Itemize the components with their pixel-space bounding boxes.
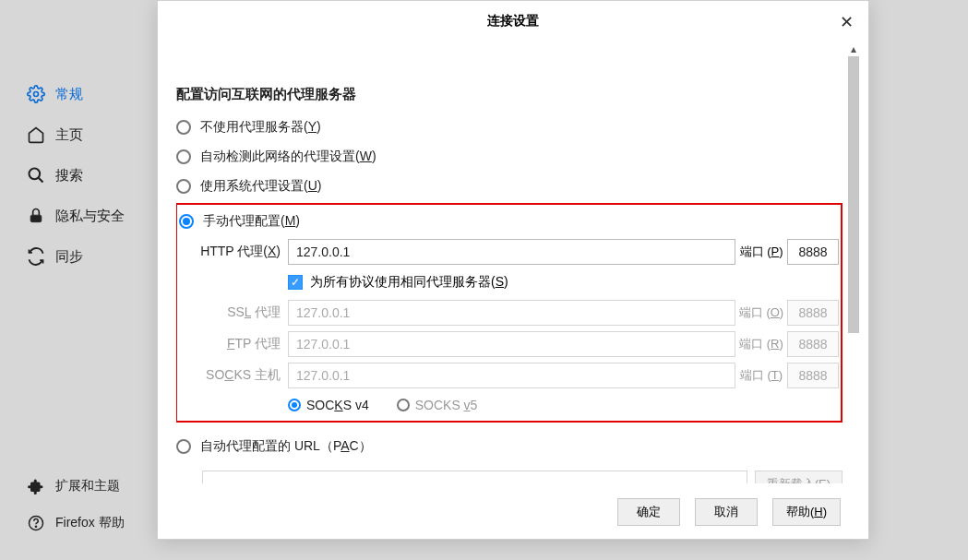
radio-manual-proxy[interactable]: 手动代理配置(M) <box>179 207 839 236</box>
http-proxy-input[interactable] <box>288 239 735 265</box>
svg-line-2 <box>39 178 43 183</box>
ftp-proxy-label: FTP 代理 <box>179 336 288 352</box>
puzzle-icon <box>26 476 46 496</box>
checkbox-icon: ✓ <box>288 275 303 290</box>
socks-host-label: SOCKS 主机 <box>179 367 288 384</box>
radio-icon <box>176 179 191 194</box>
sidebar-item-extensions[interactable]: 扩展和主题 <box>26 468 125 505</box>
ssl-proxy-row: SSL 代理 端口 (O) <box>179 297 839 328</box>
http-proxy-label: HTTP 代理(X) <box>179 244 288 260</box>
sidebar-item-help[interactable]: Firefox 帮助 <box>26 505 125 542</box>
sidebar-item-sync[interactable]: 同步 <box>26 236 157 277</box>
close-icon[interactable]: ✕ <box>840 12 854 32</box>
dialog-body: 配置访问互联网的代理服务器 不使用代理服务器(Y) 自动检测此网络的代理设置(W… <box>176 42 843 483</box>
sidebar-bottom: 扩展和主题 Firefox 帮助 <box>26 468 125 542</box>
dialog-title: 连接设置 <box>487 13 539 30</box>
connection-settings-dialog: 连接设置 ✕ ▴ 配置访问互联网的代理服务器 不使用代理服务器(Y) 自动检测此… <box>157 0 869 540</box>
socks-port-input <box>787 363 839 388</box>
radio-icon <box>179 214 194 229</box>
http-port-input[interactable] <box>787 239 839 265</box>
sidebar-item-label: Firefox 帮助 <box>55 515 125 531</box>
proxy-section-title: 配置访问互联网的代理服务器 <box>176 86 843 103</box>
sidebar-item-home[interactable]: 主页 <box>26 114 157 155</box>
ssl-proxy-input <box>288 300 735 326</box>
sync-icon <box>26 246 46 267</box>
sidebar-item-label: 隐私与安全 <box>55 208 125 225</box>
ssl-proxy-label: SSL 代理 <box>179 304 288 321</box>
same-proxy-checkbox-row[interactable]: ✓ 为所有协议使用相同代理服务器(S) <box>288 268 839 297</box>
http-port-label: 端口 (P) <box>735 244 787 260</box>
scrollbar-thumb[interactable] <box>848 56 859 333</box>
radio-pac[interactable]: 自动代理配置的 URL（PAC） <box>176 432 843 461</box>
manual-proxy-highlight: 手动代理配置(M) HTTP 代理(X) 端口 (P) ✓ 为所有协议使用相同代… <box>176 203 843 423</box>
ftp-port-label: 端口 (R) <box>735 336 787 352</box>
radio-icon <box>397 399 410 411</box>
radio-icon <box>176 120 191 135</box>
reload-button: 重新载入(E) <box>755 471 843 483</box>
sidebar-item-label: 扩展和主题 <box>55 478 120 494</box>
sidebar-item-label: 主页 <box>55 126 83 144</box>
socks-host-row: SOCKS 主机 端口 (T) <box>179 360 839 391</box>
svg-point-0 <box>34 92 39 97</box>
radio-icon <box>176 149 191 164</box>
ftp-proxy-row: FTP 代理 端口 (R) <box>179 328 839 360</box>
sidebar-item-search[interactable]: 搜索 <box>26 155 157 196</box>
settings-sidebar: 常规 主页 搜索 隐私与安全 同步 扩展和主题 <box>0 0 157 560</box>
gear-icon <box>26 84 46 104</box>
radio-label: 自动检测此网络的代理设置(W) <box>200 149 376 165</box>
dialog-scrollbar[interactable] <box>848 56 859 388</box>
sidebar-item-label: 常规 <box>55 86 83 103</box>
home-icon <box>26 125 46 145</box>
dialog-header: 连接设置 ✕ <box>158 1 868 42</box>
ftp-proxy-input <box>288 331 735 357</box>
radio-icon <box>288 399 301 411</box>
socks-version-row: SOCKS v4 SOCKS v5 <box>288 391 839 419</box>
radio-no-proxy[interactable]: 不使用代理服务器(Y) <box>176 113 843 142</box>
radio-socks-v5[interactable]: SOCKS v5 <box>397 398 478 412</box>
svg-point-5 <box>35 526 36 527</box>
http-proxy-row: HTTP 代理(X) 端口 (P) <box>179 236 839 268</box>
search-icon <box>26 165 46 185</box>
sidebar-item-privacy[interactable]: 隐私与安全 <box>26 196 157 236</box>
radio-socks-v4[interactable]: SOCKS v4 <box>288 398 369 412</box>
help-icon <box>26 513 46 533</box>
socks-port-label: 端口 (T) <box>735 367 787 384</box>
radio-label: 使用系统代理设置(U) <box>200 178 321 195</box>
same-proxy-label: 为所有协议使用相同代理服务器(S) <box>310 274 508 291</box>
pac-url-input <box>202 471 747 483</box>
radio-label: SOCKS v4 <box>306 398 369 412</box>
dialog-footer: 确定 取消 帮助(H) <box>158 485 868 539</box>
radio-label: 不使用代理服务器(Y) <box>200 119 321 136</box>
radio-label: 自动代理配置的 URL（PAC） <box>200 438 372 455</box>
ok-button[interactable]: 确定 <box>617 498 680 526</box>
ssl-port-label: 端口 (O) <box>735 304 787 321</box>
cancel-button[interactable]: 取消 <box>695 498 758 526</box>
radio-label: 手动代理配置(M) <box>203 213 300 230</box>
svg-point-1 <box>30 169 41 180</box>
radio-system-proxy[interactable]: 使用系统代理设置(U) <box>176 172 843 201</box>
radio-icon <box>176 439 191 454</box>
ftp-port-input <box>787 331 839 357</box>
sidebar-item-label: 搜索 <box>55 167 83 185</box>
svg-rect-3 <box>30 215 42 222</box>
ssl-port-input <box>787 300 839 326</box>
pac-row: 重新载入(E) <box>176 471 843 483</box>
help-button[interactable]: 帮助(H) <box>772 498 841 526</box>
radio-auto-detect[interactable]: 自动检测此网络的代理设置(W) <box>176 142 843 172</box>
sidebar-item-general[interactable]: 常规 <box>26 74 157 114</box>
lock-icon <box>26 206 46 226</box>
scroll-up-arrow-icon[interactable]: ▴ <box>846 42 861 56</box>
sidebar-item-label: 同步 <box>55 248 83 266</box>
socks-host-input <box>288 363 735 388</box>
radio-label: SOCKS v5 <box>415 398 478 412</box>
